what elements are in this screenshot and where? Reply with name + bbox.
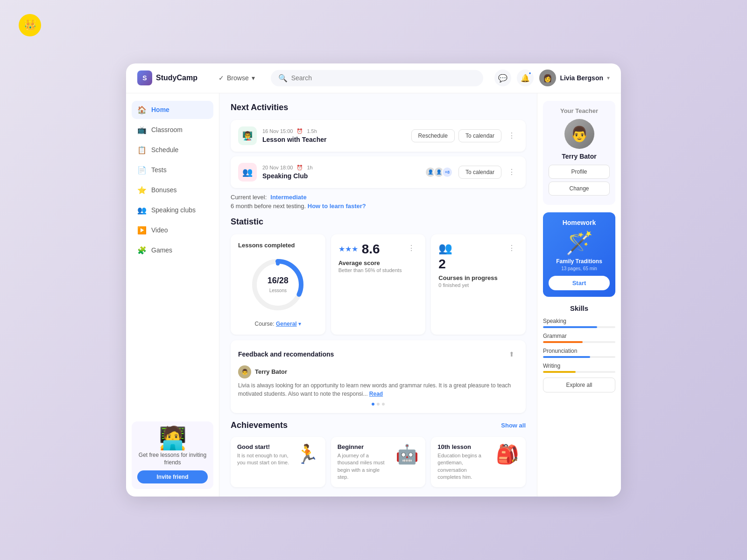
level-label: Current level: <box>231 194 267 201</box>
speaking-club-icon: 👥 <box>238 163 257 182</box>
lessons-fraction: 16/28 <box>268 275 289 285</box>
share-button[interactable]: ⬆ <box>505 348 518 361</box>
sidebar-item-speaking-clubs[interactable]: 👥 Speaking clubs <box>132 201 213 219</box>
activity-duration: 1h <box>307 165 312 170</box>
achievement-figure: 🎒 <box>496 443 519 481</box>
statistic-title: Statistic <box>231 217 526 227</box>
svg-point-2 <box>276 262 280 266</box>
user-area[interactable]: 👩 Livia Bergson ▾ <box>539 70 610 86</box>
achievement-title: Beginner <box>338 443 391 450</box>
skills-card: Skills Speaking Grammar Pronunciation <box>543 304 615 392</box>
classroom-icon: 📺 <box>137 126 147 134</box>
skill-name: Writing <box>543 363 615 369</box>
change-teacher-button[interactable]: Change <box>549 182 610 196</box>
score-sub: Better than 56% of students <box>338 267 418 273</box>
course-value[interactable]: General <box>276 321 297 327</box>
courses-label: Courses in progress <box>438 274 518 281</box>
right-panel: Your Teacher 👨 Terry Bator Profile Chang… <box>537 93 621 497</box>
score-value: 8.6 <box>362 242 380 257</box>
promo-text: Get free lessons for inviting friends <box>137 451 208 467</box>
achievement-card-beginner: Beginner A journey of a thousand miles m… <box>331 437 426 488</box>
video-icon: ▶️ <box>137 226 147 235</box>
reschedule-button[interactable]: Reschedule <box>411 129 455 142</box>
skill-name: Speaking <box>543 318 615 324</box>
read-more-link[interactable]: Read <box>369 391 383 397</box>
home-icon: 🏠 <box>137 105 147 114</box>
achievement-content: 10th lesson Education begins a gentleman… <box>437 443 491 481</box>
messages-button[interactable]: 💬 <box>494 70 511 86</box>
start-homework-button[interactable]: Start <box>549 276 610 290</box>
skill-bar <box>543 341 615 343</box>
skill-grammar: Grammar <box>543 333 615 343</box>
feedback-header: Feedback and recomendations ⬆ <box>238 348 518 361</box>
sidebar-item-label: Video <box>151 226 168 234</box>
testing-row: 6 month before next testing. How to lear… <box>231 203 526 210</box>
participants-avatars: 👤 👤 +8 <box>425 167 453 178</box>
bonuses-icon: ⭐ <box>137 186 147 195</box>
homework-meta: 13 pages, 65 min <box>549 266 610 271</box>
sidebar-item-tests[interactable]: 📄 Tests <box>132 161 213 179</box>
search-input[interactable] <box>291 74 476 82</box>
activity-card-speaking-club: 👥 20 Nov 18:00 ⏰ 1h Speaking Club 👤 👤 +8 <box>231 156 526 188</box>
verified-icon: ✓ <box>218 74 224 82</box>
sidebar-item-home[interactable]: 🏠 Home <box>132 101 213 119</box>
invite-friend-button[interactable]: Invite friend <box>137 470 208 483</box>
profile-button[interactable]: Profile <box>549 165 610 179</box>
score-main: ★★★ 8.6 <box>338 242 380 257</box>
sidebar-item-games[interactable]: 🧩 Games <box>132 241 213 259</box>
sidebar-item-video[interactable]: ▶️ Video <box>132 221 213 239</box>
messages-icon: 💬 <box>498 74 507 83</box>
more-options-button[interactable]: ⋮ <box>505 129 518 142</box>
to-calendar-button[interactable]: To calendar <box>458 129 501 142</box>
promo-figure: 🧑‍💻 <box>137 427 208 449</box>
skill-pronunciation: Pronunciation <box>543 348 615 358</box>
donut-chart: 16/28 Lessons <box>247 254 308 315</box>
sidebar-item-bonuses[interactable]: ⭐ Bonuses <box>132 181 213 199</box>
logo-area: S StudyCamp <box>137 70 203 85</box>
average-score-card: ★★★ 8.6 ⋮ Average score Better than 56% … <box>331 234 426 335</box>
your-teacher-label: Your Teacher <box>549 107 610 114</box>
achievements-grid: Good start! It is not enough to run, you… <box>231 437 526 488</box>
activity-actions: Reschedule To calendar ⋮ <box>411 129 518 142</box>
notification-dot <box>528 71 532 75</box>
sidebar-item-label: Bonuses <box>151 186 176 194</box>
browse-button[interactable]: ✓ Browse ▾ <box>214 71 260 84</box>
sidebar-item-label: Speaking clubs <box>151 206 196 214</box>
level-row: Current level: Intermediate <box>231 194 526 201</box>
carousel-dots <box>238 403 518 406</box>
learn-faster-link[interactable]: How to learn faster? <box>308 203 366 210</box>
to-calendar-button[interactable]: To calendar <box>458 166 501 179</box>
carousel-dot-3[interactable] <box>382 403 385 406</box>
user-avatar: 👩 <box>539 70 556 86</box>
chevron-down-icon: ▾ <box>607 75 610 81</box>
skills-title: Skills <box>543 304 615 312</box>
skill-fill <box>543 341 583 343</box>
sidebar-item-classroom[interactable]: 📺 Classroom <box>132 121 213 139</box>
games-icon: 🧩 <box>137 246 147 255</box>
clock-icon: ⏰ <box>296 165 303 171</box>
sidebar-item-label: Home <box>151 106 169 113</box>
sidebar: 🏠 Home 📺 Classroom 📋 Schedule 📄 Tests ⭐ … <box>126 93 219 497</box>
show-all-link[interactable]: Show all <box>501 422 526 429</box>
more-options-button[interactable]: ⋮ <box>505 166 518 179</box>
notifications-button[interactable]: 🔔 <box>517 70 534 86</box>
header-actions: 💬 🔔 👩 Livia Bergson ▾ <box>494 70 610 86</box>
activity-date: 16 Nov 15:00 <box>262 128 293 134</box>
achievement-title: 10th lesson <box>437 443 491 450</box>
carousel-dot-1[interactable] <box>372 403 374 406</box>
level-value[interactable]: Intermediate <box>270 194 306 201</box>
explore-all-button[interactable]: Explore all <box>543 378 615 392</box>
activity-meta: 20 Nov 18:00 ⏰ 1h <box>262 165 419 171</box>
homework-card: Homework 🪄 Family Traditions 13 pages, 6… <box>543 212 615 297</box>
more-options-button[interactable]: ⋮ <box>405 242 418 255</box>
achievement-content: Good start! It is not enough to run, you… <box>237 443 291 481</box>
carousel-dot-2[interactable] <box>377 403 380 406</box>
chevron-down-icon: ▾ <box>298 321 301 327</box>
header: S StudyCamp ✓ Browse ▾ 🔍 💬 🔔 👩 Livia Ber… <box>126 63 621 93</box>
skill-fill <box>543 356 590 358</box>
homework-title: Homework <box>549 219 610 226</box>
skill-fill <box>543 326 597 328</box>
courses-in-progress-card: 👥 ⋮ 2 Courses in progress 0 finished yet <box>431 234 526 335</box>
more-options-button[interactable]: ⋮ <box>505 242 518 255</box>
sidebar-item-schedule[interactable]: 📋 Schedule <box>132 141 213 159</box>
